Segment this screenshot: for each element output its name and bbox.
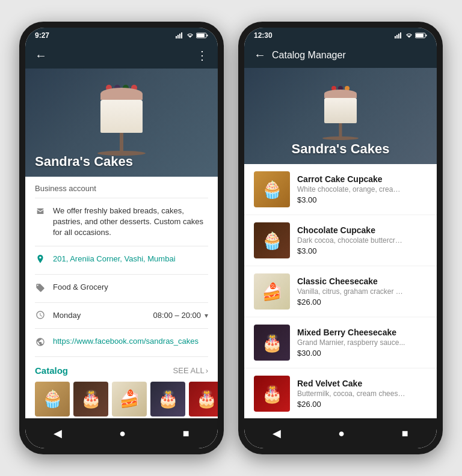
status-bar-right: 12:30 (244, 28, 437, 42)
status-icons-left (176, 32, 208, 38)
thumb-cake-1: 🧁 (35, 382, 70, 416)
svg-rect-8 (396, 35, 398, 38)
catalog-item-name-3: Mixed Berry Cheesecake (297, 328, 427, 337)
website-text[interactable]: https://www.facebook.com/sandras_cakes (53, 336, 199, 347)
catalog-item-img-2: 🍰 (254, 273, 290, 310)
catalog-title: Catalog (35, 365, 68, 376)
nav-recents-left[interactable]: ■ (171, 425, 202, 442)
svg-rect-6 (197, 34, 205, 37)
chevron-down-icon: ▾ (205, 311, 208, 320)
thumb-cake-2: 🎂 (73, 382, 108, 416)
hours-value[interactable]: 08:00 – 20:00 ▾ (153, 311, 208, 320)
wifi-icon (186, 32, 194, 38)
shop-icon (35, 207, 46, 219)
nav-recents-right[interactable]: ■ (390, 425, 420, 442)
catalog-item-desc-2: Vanilla, citrus, graham cracker crust... (297, 287, 405, 296)
catalog-item-info-3: Mixed Berry Cheesecake Grand Marnier, ra… (297, 328, 427, 358)
thumb-cake-3: 🍰 (112, 382, 147, 416)
catalog-item-desc-4: Buttermilk, cocoa, cream cheese... (297, 389, 405, 398)
catalog-manager-title: Catalog Manager (272, 50, 346, 61)
nav-home-left[interactable]: ● (107, 425, 138, 442)
svg-rect-12 (426, 35, 427, 37)
hours-range: 08:00 – 20:00 (153, 311, 201, 320)
description-row: We offer freshly baked breads, cakes, pa… (25, 198, 218, 246)
catalog-header: Catalog SEE ALL › (25, 357, 218, 382)
nav-back-right[interactable]: ◀ (260, 424, 293, 442)
signal-icon-right (395, 32, 403, 38)
hc-top (324, 90, 357, 98)
catalog-item-name-4: Red Velvet Cake (297, 379, 427, 388)
time-right: 12:30 (254, 31, 273, 40)
app-header-left: ← ⋮ (25, 42, 218, 69)
back-button-right[interactable]: ← (254, 48, 266, 62)
catalog-item-3[interactable]: 🎂 Mixed Berry Cheesecake Grand Marnier, … (244, 317, 437, 368)
nav-home-right[interactable]: ● (326, 425, 357, 442)
hero-title-left: Sandra's Cakes (35, 154, 133, 169)
see-all-chevron: › (206, 366, 208, 375)
category-row: Food & Grocery (25, 275, 218, 302)
thumbnail-4[interactable]: 🎂 (150, 382, 185, 416)
address-row[interactable]: 201, Areniia Corner, Vashi, Mumbai (25, 246, 218, 274)
hc-plate (322, 136, 359, 140)
catalog-item-2[interactable]: 🍰 Classic Cheesecake Vanilla, citrus, gr… (244, 266, 437, 317)
see-all-button[interactable]: SEE ALL › (173, 366, 208, 375)
see-all-label: SEE ALL (173, 366, 205, 375)
catalog-item-desc-0: White chocolate, orange, cream cheese... (297, 185, 405, 194)
business-account-label: Business account (25, 177, 218, 198)
catalog-item-info-2: Classic Cheesecake Vanilla, citrus, grah… (297, 276, 427, 307)
status-icons-right (395, 32, 427, 38)
thumbnail-5[interactable]: 🎂 (189, 382, 218, 416)
thumb-cake-5: 🎂 (189, 382, 218, 416)
app-header-right: ← Catalog Manager (244, 42, 437, 68)
catalog-item-price-1: $3.00 (297, 246, 427, 255)
catalog-item-name-0: Carrot Cake Cupcake (297, 174, 427, 184)
catalog-thumbnails: 🧁 🎂 🍰 🎂 🎂 (25, 382, 218, 418)
content-left: Business account We offer freshly baked … (25, 177, 218, 418)
catalog-item-0[interactable]: 🧁 Carrot Cake Cupcake White chocolate, o… (244, 164, 437, 215)
catalog-item-price-0: $3.00 (297, 195, 427, 204)
hero-title-right: Sandra's Cakes (244, 141, 437, 157)
catalog-item-img-0: 🧁 (254, 171, 290, 207)
cake-stand (120, 133, 123, 151)
catalog-item-1[interactable]: 🧁 Chocolate Cupcake Dark cocoa, chocolat… (244, 215, 437, 266)
hours-row[interactable]: Monday 08:00 – 20:00 ▾ (25, 303, 218, 328)
hc-body (324, 98, 357, 123)
battery-icon-right (415, 32, 427, 38)
catalog-item-name-1: Chocolate Cupcake (297, 225, 427, 235)
thumb-cake-4: 🎂 (150, 382, 185, 416)
catalog-item-price-4: $26.00 (297, 400, 427, 409)
hours-day: Monday (53, 311, 81, 320)
website-row[interactable]: https://www.facebook.com/sandras_cakes (25, 329, 218, 356)
svg-rect-10 (400, 32, 401, 38)
catalog-item-img-4: 🎂 (254, 376, 290, 412)
more-button-left[interactable]: ⋮ (196, 48, 208, 63)
battery-icon (196, 32, 208, 38)
address-text[interactable]: 201, Areniia Corner, Vashi, Mumbai (53, 254, 176, 264)
hero-cake-deco (313, 92, 368, 140)
cake-body (100, 100, 143, 133)
catalog-item-desc-1: Dark cocoa, chocolate buttercream... (297, 236, 405, 245)
svg-rect-5 (207, 35, 208, 37)
hero-right: Sandra's Cakes (244, 68, 437, 164)
catalog-item-4[interactable]: 🎂 Red Velvet Cake Buttermilk, cocoa, cre… (244, 368, 437, 418)
globe-icon (35, 337, 46, 349)
back-button-left[interactable]: ← (35, 49, 47, 63)
catalog-item-info-1: Chocolate Cupcake Dark cocoa, chocolate … (297, 225, 427, 255)
cake-topping (100, 88, 143, 100)
category-text: Food & Grocery (53, 282, 108, 293)
svg-rect-7 (395, 36, 396, 38)
thumbnail-1[interactable]: 🧁 (35, 382, 70, 416)
catalog-item-info-0: Carrot Cake Cupcake White chocolate, ora… (297, 174, 427, 204)
svg-rect-13 (416, 34, 424, 37)
svg-rect-0 (176, 36, 177, 38)
hc-stand (339, 123, 342, 136)
thumbnail-3[interactable]: 🍰 (112, 382, 147, 416)
nav-back-left[interactable]: ◀ (42, 424, 74, 442)
status-bar-left: 9:27 (25, 28, 218, 42)
thumbnail-2[interactable]: 🎂 (73, 382, 108, 416)
time-left: 9:27 (35, 31, 49, 40)
svg-rect-9 (398, 34, 399, 38)
phone-right: 12:30 ← (238, 22, 443, 454)
signal-icon (176, 32, 184, 38)
bottom-nav-left: ◀ ● ■ (25, 418, 218, 448)
